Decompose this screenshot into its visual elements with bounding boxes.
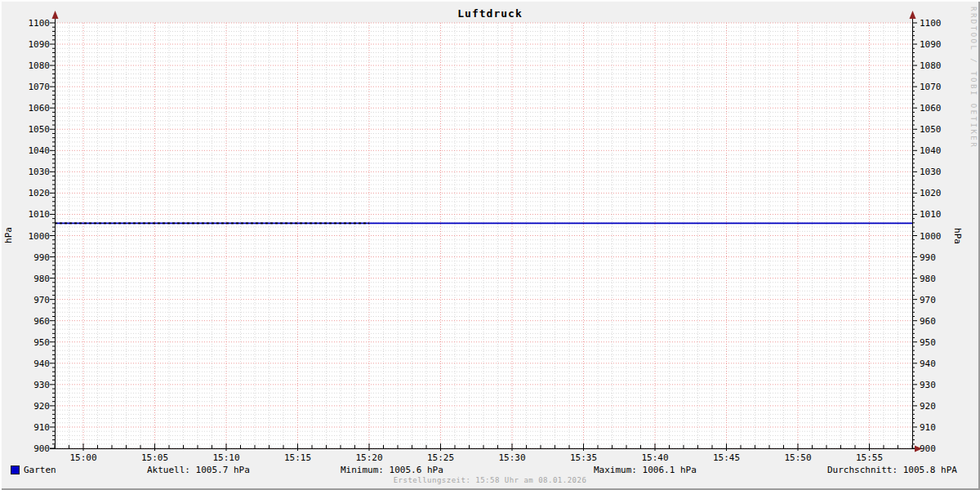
y-tick-label-right: 1090 — [920, 39, 942, 50]
rrdtool-watermark: RRDTOOL / TOBI OETIKER — [969, 7, 978, 149]
y-tick-label-right: 1040 — [920, 145, 942, 156]
y-tick-label-left: 930 — [33, 380, 50, 390]
x-tick-label: 15:30 — [498, 452, 525, 463]
y-tick-label-left: 910 — [33, 422, 50, 433]
y-tick-label-left: 1020 — [29, 188, 51, 198]
x-tick-label: 15:50 — [784, 452, 811, 463]
x-tick-label: 15:15 — [284, 452, 311, 463]
y-tick-label-left: 1000 — [29, 231, 51, 242]
x-tick-label: 15:05 — [141, 452, 168, 463]
y-tick-label-left: 1070 — [29, 82, 51, 92]
y-tick-label-left: 1090 — [29, 39, 51, 50]
y-tick-label-left: 980 — [33, 274, 50, 284]
y-tick-label-left: 1080 — [29, 60, 51, 71]
y-tick-label-left: 950 — [33, 337, 50, 348]
y-tick-label-left: 900 — [33, 443, 50, 454]
x-tick-label: 15:25 — [427, 452, 454, 463]
luftdruck-pressure-graph: 9009009109109209209309309409409509509609… — [0, 0, 980, 490]
x-tick-label: 15:45 — [713, 452, 740, 463]
x-tick-label: 15:55 — [856, 452, 883, 463]
x-tick-labels: 15:0015:0515:1015:1515:2015:2515:3015:35… — [69, 452, 883, 463]
y-tick-label-right: 910 — [920, 422, 936, 433]
y-tick-label-right: 990 — [920, 252, 936, 263]
y-tick-label-right: 1080 — [920, 60, 942, 71]
chart-title: Luftdruck — [0, 7, 980, 20]
y-tick-label-left: 1060 — [29, 103, 51, 114]
y-tick-label-right: 920 — [920, 401, 936, 412]
x-tick-label: 15:10 — [212, 452, 239, 463]
y-tick-label-left: 1040 — [29, 145, 51, 156]
y-tick-label-right: 960 — [920, 316, 936, 327]
y-tick-label-right: 900 — [920, 443, 936, 454]
y-tick-label-left: 920 — [33, 401, 50, 412]
y-tick-label-left: 940 — [33, 359, 50, 369]
y-tick-label-right: 1050 — [920, 124, 942, 135]
x-tick-label: 15:40 — [641, 452, 668, 463]
y-tick-label-right: 1010 — [920, 209, 942, 220]
y-tick-label-right: 930 — [920, 380, 936, 390]
y-tick-label-right: 940 — [920, 359, 936, 369]
y-tick-label-left: 960 — [33, 316, 50, 327]
y-tick-label-left: 1030 — [29, 167, 51, 177]
y-tick-label-right: 1030 — [920, 167, 942, 177]
y-axis-label-right: hPa — [952, 228, 963, 244]
y-tick-label-right: 1020 — [920, 188, 942, 198]
x-tick-label: 15:00 — [69, 452, 96, 463]
y-tick-label-left: 1050 — [29, 124, 51, 135]
y-tick-label-left: 990 — [33, 252, 50, 263]
y-tick-label-right: 1070 — [920, 82, 942, 92]
y-tick-label-right: 1000 — [920, 231, 942, 242]
plot-area: 9009009109109209209309309409409509509609… — [0, 0, 980, 490]
creation-time-text: Erstellungszeit: 15:58 Uhr am 08.01.2026 — [0, 476, 980, 484]
y-axis-label-left: hPa — [3, 227, 14, 243]
y-tick-label-right: 970 — [920, 295, 936, 305]
y-tick-label-right: 950 — [920, 337, 936, 348]
y-tick-label-left: 1010 — [29, 209, 51, 220]
x-tick-label: 15:20 — [355, 452, 382, 463]
y-tick-label-right: 980 — [920, 274, 936, 284]
x-tick-label: 15:35 — [570, 452, 597, 463]
y-tick-label-right: 1060 — [920, 103, 942, 114]
y-tick-label-left: 970 — [33, 295, 50, 305]
